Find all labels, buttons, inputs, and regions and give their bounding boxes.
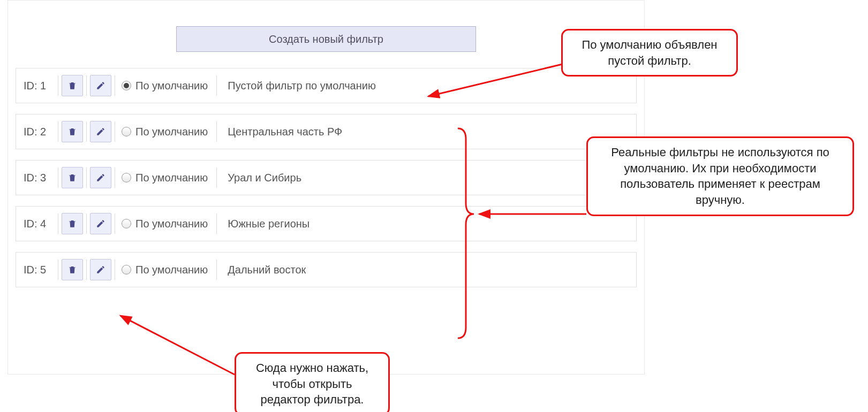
default-radio[interactable]	[122, 265, 131, 274]
pencil-icon	[96, 219, 105, 228]
pencil-icon	[96, 127, 105, 136]
default-radio[interactable]	[122, 173, 131, 182]
default-label: По умолчанию	[135, 80, 208, 92]
delete-button[interactable]	[62, 121, 83, 142]
default-label: По умолчанию	[135, 218, 208, 230]
trash-icon	[67, 127, 77, 136]
filter-row: ID: 1По умолчаниюПустой фильтр по умолча…	[16, 68, 637, 103]
edit-button[interactable]	[90, 213, 111, 234]
default-radio[interactable]	[122, 81, 131, 90]
default-label: По умолчанию	[135, 264, 208, 276]
edit-button[interactable]	[90, 167, 111, 188]
delete-button[interactable]	[62, 167, 83, 188]
pencil-icon	[96, 81, 105, 90]
create-filter-button[interactable]: Создать новый фильтр	[176, 26, 476, 52]
filter-name: Пустой фильтр по умолчанию	[220, 80, 376, 92]
callout-open-editor: Сюда нужно нажать, чтобы открыть редакто…	[235, 352, 390, 412]
trash-icon	[67, 173, 77, 182]
filter-name: Южные регионы	[220, 218, 310, 230]
trash-icon	[67, 81, 77, 90]
delete-button[interactable]	[62, 259, 83, 280]
delete-button[interactable]	[62, 75, 83, 96]
default-radio[interactable]	[122, 219, 131, 228]
trash-icon	[67, 219, 77, 228]
callout-real-filters: Реальные фильтры не используются по умол…	[586, 136, 854, 216]
filters-panel: Создать новый фильтр ID: 1По умолчаниюПу…	[7, 0, 645, 375]
pencil-icon	[96, 173, 105, 182]
filter-row: ID: 3По умолчаниюУрал и Сибирь	[16, 160, 637, 195]
filter-name: Дальний восток	[220, 264, 306, 276]
default-label: По умолчанию	[135, 172, 208, 184]
delete-button[interactable]	[62, 213, 83, 234]
filter-id: ID: 3	[21, 172, 55, 184]
filter-id: ID: 4	[21, 218, 55, 230]
edit-button[interactable]	[90, 259, 111, 280]
filter-row: ID: 2По умолчаниюЦентральная часть РФ	[16, 114, 637, 149]
filter-id: ID: 1	[21, 80, 55, 92]
edit-button[interactable]	[90, 121, 111, 142]
default-label: По умолчанию	[135, 126, 208, 138]
default-radio[interactable]	[122, 127, 131, 136]
filter-id: ID: 2	[21, 126, 55, 138]
edit-button[interactable]	[90, 75, 111, 96]
filter-id: ID: 5	[21, 264, 55, 276]
trash-icon	[67, 265, 77, 274]
filter-name: Центральная часть РФ	[220, 126, 342, 138]
filter-name: Урал и Сибирь	[220, 172, 301, 184]
filter-row: ID: 5По умолчаниюДальний восток	[16, 252, 637, 287]
callout-default-empty: По умолчанию объявлен пустой фильтр.	[561, 29, 738, 77]
filter-row: ID: 4По умолчаниюЮжные регионы	[16, 206, 637, 241]
pencil-icon	[96, 265, 105, 274]
